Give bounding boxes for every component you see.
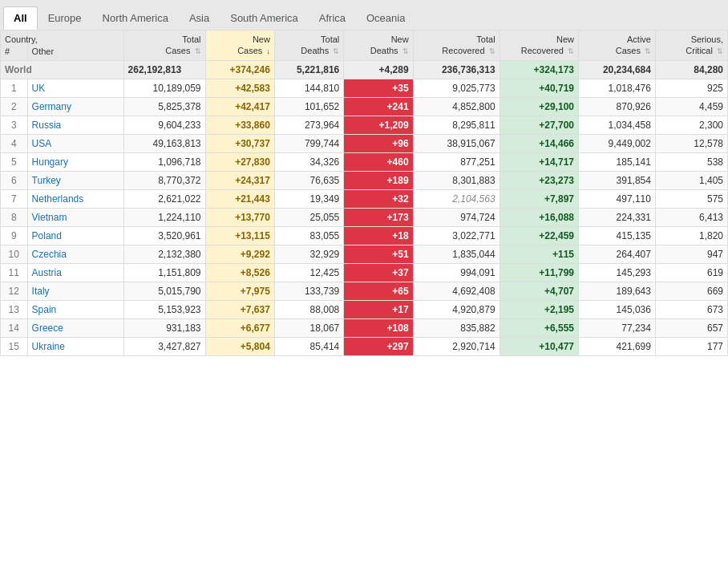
total-cases-cell: 5,015,790	[123, 282, 205, 300]
serious-cell: 1,405	[655, 171, 727, 189]
total-recovered-cell: 38,915,067	[413, 134, 499, 152]
country-cell[interactable]: Greece	[27, 318, 123, 337]
new-recovered-cell: +40,719	[499, 79, 578, 97]
rank-cell: 10	[1, 245, 28, 263]
tab-europe[interactable]: Europe	[38, 6, 92, 30]
country-cell[interactable]: USA	[27, 134, 123, 152]
country-link[interactable]: Ukraine	[32, 341, 65, 352]
tab-all[interactable]: All	[3, 6, 38, 30]
country-cell[interactable]: Russia	[27, 116, 123, 134]
new-cases-cell: +42,583	[205, 79, 274, 97]
header-total-deaths[interactable]: TotalDeaths ⇅	[274, 30, 343, 61]
new-cases-cell: +33,860	[205, 116, 274, 134]
total-recovered-cell: 4,692,408	[413, 282, 499, 300]
header-new-deaths[interactable]: NewDeaths ⇅	[344, 30, 413, 61]
header-serious[interactable]: Serious,Critical ⇅	[655, 30, 727, 61]
country-link[interactable]: Czechia	[32, 249, 67, 260]
total-cases-cell: 8,770,372	[123, 171, 205, 189]
covid-table: Country,# Other TotalCases ⇅ NewCases ↓ …	[0, 30, 728, 356]
active-cases-cell: 145,036	[578, 300, 655, 318]
country-link[interactable]: Russia	[32, 120, 62, 131]
new-deaths-cell: +37	[344, 263, 413, 282]
country-link[interactable]: USA	[32, 138, 52, 149]
country-cell[interactable]: Austria	[27, 263, 123, 282]
country-cell[interactable]: Vietnam	[27, 208, 123, 226]
country-link[interactable]: Austria	[32, 267, 62, 278]
new-recovered-cell: +4,707	[499, 282, 578, 300]
header-new-recovered[interactable]: NewRecovered ⇅	[499, 30, 578, 61]
country-link[interactable]: Hungary	[32, 156, 68, 168]
header-new-cases[interactable]: NewCases ↓	[205, 30, 274, 61]
table-row: 8 Vietnam 1,224,110 +13,770 25,055 +173 …	[1, 208, 728, 226]
header-rank[interactable]: Country,#	[1, 30, 28, 61]
country-link[interactable]: Germany	[32, 101, 71, 112]
tab-asia[interactable]: Asia	[179, 6, 220, 30]
header-total-recovered[interactable]: TotalRecovered ⇅	[413, 30, 499, 61]
new-deaths-cell: +96	[344, 134, 413, 152]
country-cell[interactable]: Hungary	[27, 152, 123, 171]
country-cell[interactable]: Ukraine	[27, 337, 123, 355]
new-deaths-cell: +1,209	[344, 116, 413, 134]
tab-north-america[interactable]: North America	[92, 6, 179, 30]
active-cases-cell: 415,135	[578, 226, 655, 245]
tab-oceania[interactable]: Oceania	[356, 6, 415, 30]
rank-cell: 7	[1, 189, 28, 208]
serious-cell: 4,459	[655, 97, 727, 116]
country-cell[interactable]: Germany	[27, 97, 123, 116]
tab-africa[interactable]: Africa	[309, 6, 356, 30]
table-row: 2 Germany 5,825,378 +42,417 101,652 +241…	[1, 97, 728, 116]
total-cases-cell: 49,163,813	[123, 134, 205, 152]
country-link[interactable]: Turkey	[32, 175, 61, 186]
country-link[interactable]: Spain	[32, 304, 57, 315]
rank-cell: 2	[1, 97, 28, 116]
country-link[interactable]: Greece	[32, 322, 63, 334]
sort-total-deaths-icon: ⇅	[333, 47, 339, 57]
sort-new-recovered-icon: ⇅	[568, 47, 574, 57]
world-active-cases: 20,234,684	[578, 60, 655, 79]
rank-cell: 4	[1, 134, 28, 152]
new-cases-cell: +7,975	[205, 282, 274, 300]
table-row: 14 Greece 931,183 +6,677 18,067 +108 835…	[1, 318, 728, 337]
total-cases-cell: 5,153,923	[123, 300, 205, 318]
new-recovered-cell: +7,897	[499, 189, 578, 208]
new-recovered-cell: +10,477	[499, 337, 578, 355]
serious-cell: 177	[655, 337, 727, 355]
table-row: 9 Poland 3,520,961 +13,115 83,055 +18 3,…	[1, 226, 728, 245]
tab-south-america[interactable]: South America	[220, 6, 309, 30]
tab-bar: All Europe North America Asia South Amer…	[0, 0, 728, 30]
header-active-cases[interactable]: ActiveCases ⇅	[578, 30, 655, 61]
table-row: 5 Hungary 1,096,718 +27,830 34,326 +460 …	[1, 152, 728, 171]
serious-cell: 575	[655, 189, 727, 208]
country-link[interactable]: Vietnam	[32, 212, 67, 223]
new-deaths-cell: +17	[344, 300, 413, 318]
country-link[interactable]: Italy	[32, 286, 50, 297]
country-cell[interactable]: Italy	[27, 282, 123, 300]
total-recovered-cell: 877,251	[413, 152, 499, 171]
header-total-cases[interactable]: TotalCases ⇅	[123, 30, 205, 61]
country-link[interactable]: Poland	[32, 230, 62, 241]
new-deaths-cell: +460	[344, 152, 413, 171]
country-cell[interactable]: Czechia	[27, 245, 123, 263]
new-deaths-cell: +241	[344, 97, 413, 116]
rank-cell: 15	[1, 337, 28, 355]
country-cell[interactable]: Poland	[27, 226, 123, 245]
serious-cell: 925	[655, 79, 727, 97]
country-link[interactable]: UK	[32, 83, 46, 94]
country-cell[interactable]: UK	[27, 79, 123, 97]
new-cases-cell: +6,677	[205, 318, 274, 337]
active-cases-cell: 9,449,002	[578, 134, 655, 152]
serious-cell: 669	[655, 282, 727, 300]
sort-new-cases-icon: ↓	[266, 47, 270, 57]
active-cases-cell: 185,141	[578, 152, 655, 171]
new-recovered-cell: +115	[499, 245, 578, 263]
table-row: 11 Austria 1,151,809 +8,526 12,425 +37 9…	[1, 263, 728, 282]
country-cell[interactable]: Spain	[27, 300, 123, 318]
active-cases-cell: 224,331	[578, 208, 655, 226]
country-link[interactable]: Netherlands	[32, 193, 84, 205]
country-cell[interactable]: Netherlands	[27, 189, 123, 208]
new-cases-cell: +30,737	[205, 134, 274, 152]
total-recovered-cell: 2,104,563	[413, 189, 499, 208]
total-cases-cell: 3,520,961	[123, 226, 205, 245]
country-cell[interactable]: Turkey	[27, 171, 123, 189]
new-cases-cell: +9,292	[205, 245, 274, 263]
